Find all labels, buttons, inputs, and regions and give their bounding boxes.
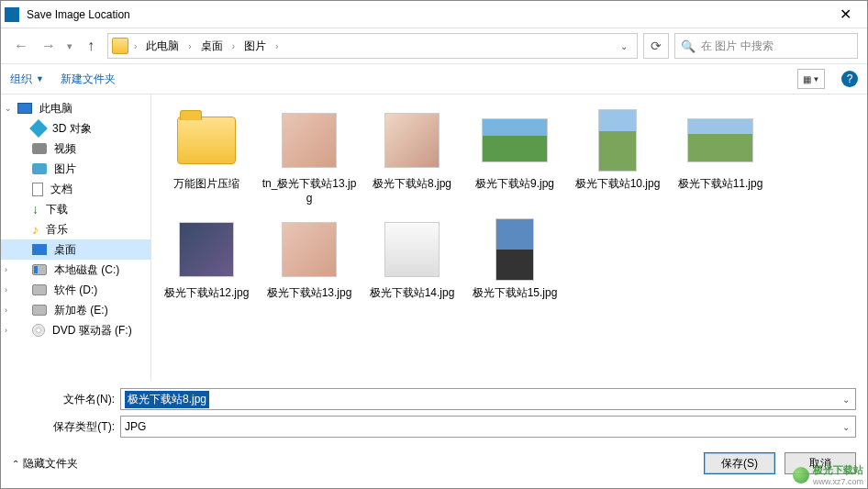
- sidebar-item-label: 视频: [54, 141, 76, 157]
- sidebar-item-mus[interactable]: ♪音乐: [1, 219, 150, 239]
- image-thumbnail: [179, 222, 234, 277]
- thumbnail: [687, 107, 753, 173]
- sidebar-item-desk[interactable]: 桌面: [1, 239, 150, 260]
- forward-button: →: [38, 35, 60, 57]
- chevron-right-icon: ›: [134, 41, 137, 51]
- sidebar-item-label: 本地磁盘 (C:): [54, 262, 119, 278]
- sidebar-item-label: DVD 驱动器 (F:): [52, 323, 132, 339]
- chevron-down-icon[interactable]: ⌄: [842, 395, 850, 405]
- desk-icon: [32, 244, 47, 255]
- app-icon: [5, 7, 19, 22]
- expand-icon[interactable]: ›: [5, 326, 7, 335]
- address-bar[interactable]: › 此电脑 › 桌面 › 图片 › ⌄: [107, 33, 638, 59]
- folder-icon: [112, 38, 128, 54]
- window-title: Save Image Location: [27, 8, 827, 21]
- dl-icon: ↓: [32, 203, 39, 216]
- expand-icon[interactable]: ›: [5, 265, 7, 274]
- sidebar-item-disk[interactable]: ›软件 (D:): [1, 280, 150, 300]
- filetype-select[interactable]: JPG ⌄: [120, 416, 856, 438]
- thumbnail: [379, 217, 445, 283]
- search-input[interactable]: 🔍 在 图片 中搜索: [674, 33, 858, 59]
- expand-icon[interactable]: ›: [5, 306, 7, 315]
- sidebar-item-vid[interactable]: 视频: [1, 139, 150, 159]
- image-item[interactable]: 极光下载站13.jpg: [260, 213, 359, 305]
- image-item[interactable]: 极光下载站15.jpg: [465, 213, 564, 305]
- filetype-label: 保存类型(T):: [12, 419, 115, 435]
- image-thumbnail: [282, 222, 337, 277]
- sidebar-item-label: 音乐: [46, 222, 68, 238]
- sidebar-item-label: 3D 对象: [52, 121, 92, 137]
- collapse-icon[interactable]: ⌄: [5, 104, 12, 113]
- thumbnail: [173, 107, 239, 173]
- hide-folders-label: 隐藏文件夹: [23, 456, 78, 472]
- image-item[interactable]: 极光下载站11.jpg: [671, 104, 770, 209]
- titlebar: Save Image Location ✕: [1, 1, 867, 28]
- view-options-button[interactable]: ▦ ▼: [797, 69, 825, 89]
- sidebar-item-3d[interactable]: 3D 对象: [1, 118, 150, 139]
- recent-locations-button[interactable]: ▾: [67, 40, 72, 52]
- file-name: 极光下载站11.jpg: [678, 177, 763, 192]
- file-list[interactable]: 万能图片压缩tn_极光下载站13.jpg极光下载站8.jpg极光下载站9.jpg…: [151, 94, 867, 381]
- breadcrumb[interactable]: 桌面: [197, 37, 227, 56]
- image-item[interactable]: 极光下载站10.jpg: [568, 104, 667, 209]
- sidebar-item-dvd[interactable]: ›DVD 驱动器 (F:): [1, 320, 150, 340]
- file-name: 极光下载站10.jpg: [575, 177, 661, 192]
- cancel-button[interactable]: 取消: [785, 452, 856, 474]
- pc-icon: [17, 103, 32, 114]
- vid-icon: [32, 143, 47, 154]
- image-thumbnail: [687, 118, 753, 162]
- back-button[interactable]: ←: [10, 35, 32, 57]
- chevron-down-icon[interactable]: ⌄: [842, 422, 850, 432]
- filename-label: 文件名(N):: [12, 392, 115, 407]
- file-name: 万能图片压缩: [173, 177, 239, 192]
- organize-button[interactable]: 组织 ▼: [10, 72, 44, 87]
- up-button[interactable]: ↑: [80, 35, 102, 57]
- sidebar-item-doc[interactable]: 文档: [1, 179, 150, 199]
- filename-input[interactable]: 极光下载站8.jpg ⌄: [120, 388, 856, 410]
- filename-value: 极光下载站8.jpg: [125, 391, 209, 408]
- sidebar-item-diskc[interactable]: ›本地磁盘 (C:): [1, 260, 150, 280]
- hide-folders-button[interactable]: ⌃ 隐藏文件夹: [12, 456, 78, 472]
- new-folder-button[interactable]: 新建文件夹: [61, 72, 116, 87]
- sidebar-item-label: 文档: [50, 182, 72, 197]
- folder-item[interactable]: 万能图片压缩: [157, 104, 256, 209]
- sidebar-item-img[interactable]: 图片: [1, 159, 150, 179]
- chevron-icon: ⌃: [12, 459, 19, 469]
- main-area: ⌄ 此电脑 3D 对象视频图片文档↓下载♪音乐桌面›本地磁盘 (C:)›软件 (…: [1, 94, 867, 381]
- sidebar-item-this-pc[interactable]: ⌄ 此电脑: [1, 98, 150, 118]
- sidebar: ⌄ 此电脑 3D 对象视频图片文档↓下载♪音乐桌面›本地磁盘 (C:)›软件 (…: [1, 94, 151, 381]
- image-item[interactable]: 极光下载站8.jpg: [362, 104, 462, 209]
- thumbnail: [173, 217, 239, 283]
- chevron-right-icon: ›: [275, 41, 278, 51]
- doc-icon: [32, 183, 43, 196]
- diskc-icon: [32, 264, 47, 275]
- thumbnail: [276, 217, 342, 283]
- save-button[interactable]: 保存(S): [704, 452, 775, 474]
- chevron-down-icon: ▼: [36, 74, 44, 83]
- breadcrumb[interactable]: 此电脑: [142, 37, 183, 56]
- help-button[interactable]: ?: [841, 71, 858, 87]
- image-item[interactable]: tn_极光下载站13.jpg: [260, 104, 359, 209]
- image-item[interactable]: 极光下载站12.jpg: [157, 213, 256, 305]
- file-name: 极光下载站13.jpg: [267, 286, 352, 301]
- close-button[interactable]: ✕: [827, 6, 863, 23]
- expand-icon[interactable]: ›: [5, 285, 7, 295]
- address-expand-button[interactable]: ⌄: [615, 41, 633, 51]
- image-thumbnail: [384, 222, 440, 277]
- image-item[interactable]: 极光下载站9.jpg: [465, 104, 564, 209]
- sidebar-item-label: 图片: [54, 161, 76, 177]
- img-icon: [32, 163, 47, 174]
- sidebar-item-dl[interactable]: ↓下载: [1, 199, 150, 219]
- refresh-button[interactable]: ⟳: [643, 33, 669, 59]
- sidebar-item-disk[interactable]: ›新加卷 (E:): [1, 300, 150, 320]
- thumbnail: [584, 107, 651, 173]
- search-icon: 🔍: [681, 39, 696, 53]
- image-thumbnail: [384, 113, 440, 168]
- breadcrumb[interactable]: 图片: [240, 37, 270, 56]
- file-name: tn_极光下载站13.jpg: [262, 177, 357, 206]
- sidebar-item-label: 下载: [46, 202, 68, 217]
- thumbnail: [379, 107, 445, 173]
- image-thumbnail: [495, 218, 534, 281]
- save-form: 文件名(N): 极光下载站8.jpg ⌄ 保存类型(T): JPG ⌄: [1, 381, 867, 447]
- image-item[interactable]: 极光下载站14.jpg: [362, 213, 462, 305]
